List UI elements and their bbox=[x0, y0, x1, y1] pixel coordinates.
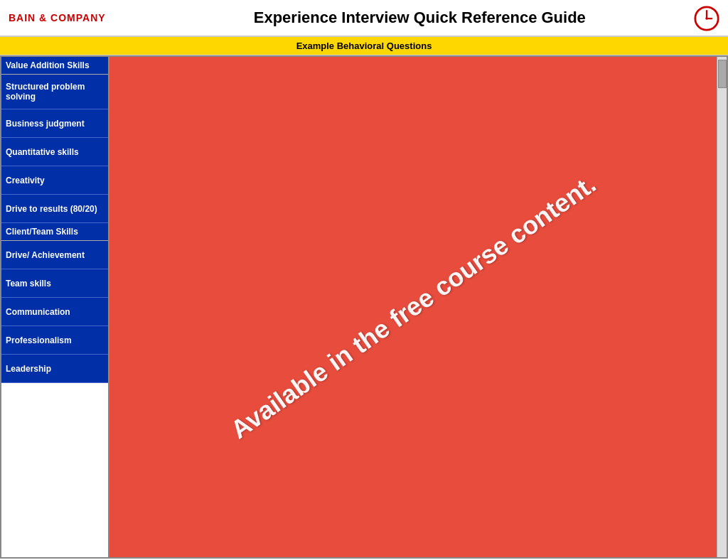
sidebar-item-structured-problem-solving[interactable]: Structured problem solving bbox=[1, 75, 108, 109]
sidebar-item-drive-to-results[interactable]: Drive to results (80/20) bbox=[1, 195, 108, 223]
sidebar-item-drive-achievement[interactable]: Drive/ Achievement bbox=[1, 241, 108, 269]
page-title: Experience Interview Quick Reference Gui… bbox=[120, 9, 719, 27]
clock-icon bbox=[694, 6, 719, 31]
example-questions-bar: Example Behavioral Questions bbox=[0, 37, 728, 55]
sidebar-item-quantitative-skills[interactable]: Quantitative skills bbox=[1, 138, 108, 166]
section-header-client-team: Client/Team Skills bbox=[1, 223, 108, 241]
scrollbar[interactable] bbox=[717, 57, 727, 557]
watermark-text: Available in the free course content. bbox=[225, 169, 601, 445]
svg-point-3 bbox=[705, 17, 708, 20]
sidebar-item-communication[interactable]: Communication bbox=[1, 298, 108, 326]
main-content: Value Addition Skills Structured problem… bbox=[0, 55, 728, 559]
brand-logo: BAIN & COMPANY bbox=[9, 12, 106, 23]
sidebar-item-professionalism[interactable]: Professionalism bbox=[1, 326, 108, 355]
content-area: Available in the free course content. bbox=[109, 57, 717, 557]
sidebar-item-leadership[interactable]: Leadership bbox=[1, 355, 108, 383]
section-header-value-addition: Value Addition Skills bbox=[1, 57, 108, 75]
sidebar-item-business-judgment[interactable]: Business judgment bbox=[1, 109, 108, 138]
header: BAIN & COMPANY Experience Interview Quic… bbox=[0, 0, 728, 37]
scrollbar-thumb[interactable] bbox=[718, 60, 727, 88]
sidebar: Value Addition Skills Structured problem… bbox=[1, 57, 109, 557]
sidebar-item-creativity[interactable]: Creativity bbox=[1, 166, 108, 195]
sidebar-item-team-skills[interactable]: Team skills bbox=[1, 269, 108, 298]
